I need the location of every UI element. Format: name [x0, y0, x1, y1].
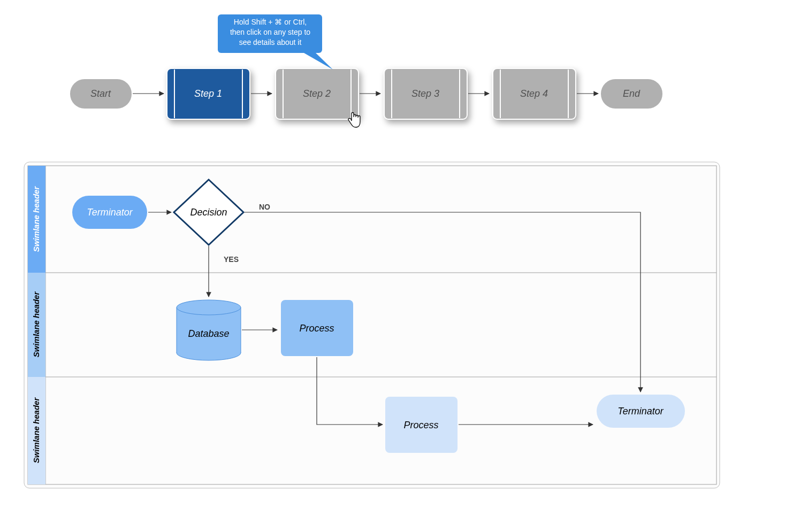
end-label: End — [623, 88, 640, 99]
process-2-node[interactable]: Process — [385, 397, 458, 453]
process-1-node[interactable]: Process — [281, 300, 353, 356]
terminator-end-node[interactable]: Terminator — [597, 395, 685, 428]
terminator-start-label: Terminator — [87, 207, 133, 218]
edge-no-label: NO — [259, 203, 270, 211]
lane-header-2-label: Swimlane header — [32, 291, 41, 358]
svg-point-25 — [177, 300, 241, 315]
step-4-label: Step 4 — [520, 88, 548, 99]
step-2[interactable]: Step 2 — [276, 68, 359, 119]
tooltip-line2: then click on any step to — [230, 28, 310, 36]
start-label: Start — [90, 88, 111, 99]
tooltip-bubble: Hold Shift + ⌘ or Ctrl, then click on an… — [218, 14, 333, 70]
step-4[interactable]: Step 4 — [493, 68, 576, 119]
swimlane-diagram: Swimlane header Swimlane header Swimlane… — [24, 162, 720, 488]
terminator-start-node[interactable]: Terminator — [72, 196, 147, 229]
step-1-label: Step 1 — [194, 88, 222, 99]
top-flow: Start Step 1 Step 2 Step 3 — [70, 14, 662, 127]
process-1-label: Process — [299, 323, 334, 334]
end-terminator[interactable]: End — [601, 79, 662, 109]
step-1[interactable]: Step 1 — [167, 68, 250, 119]
start-terminator[interactable]: Start — [70, 79, 132, 109]
edge-yes-label: YES — [224, 255, 239, 264]
step-3[interactable]: Step 3 — [384, 68, 467, 119]
step-2-label: Step 2 — [303, 88, 331, 99]
tooltip-line3: see details about it — [239, 38, 302, 47]
database-label: Database — [188, 328, 229, 339]
terminator-end-label: Terminator — [617, 406, 664, 417]
lane-header-1-label: Swimlane header — [32, 186, 41, 252]
step-3-label: Step 3 — [411, 88, 439, 99]
decision-label: Decision — [190, 207, 227, 218]
process-2-label: Process — [403, 420, 438, 430]
tooltip-line1: Hold Shift + ⌘ or Ctrl, — [234, 18, 307, 26]
lane-header-3-label: Swimlane header — [32, 397, 41, 464]
database-node[interactable]: Database — [177, 300, 241, 360]
